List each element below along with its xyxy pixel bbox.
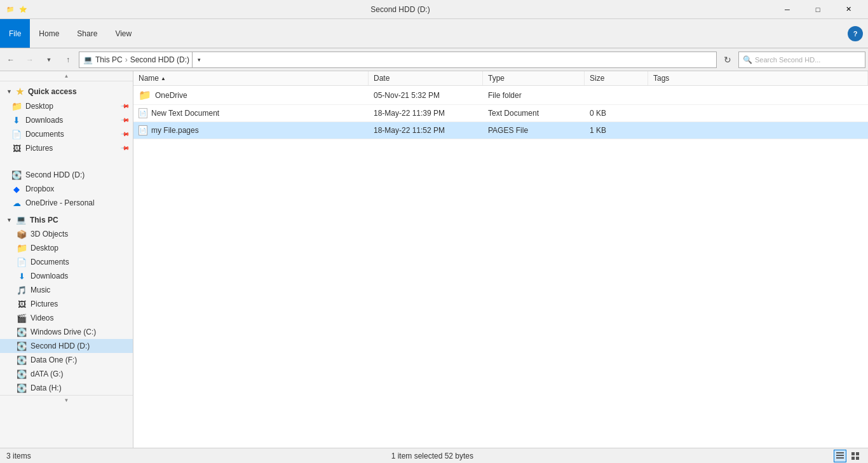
sidebar-item-documents-label: Documents <box>25 130 64 139</box>
sidebar-item-onedrive[interactable]: ☁ OneDrive - Personal <box>0 196 133 210</box>
details-view-button[interactable] <box>834 450 846 462</box>
file-size-my-file-pages: 1 KB <box>585 123 648 138</box>
sidebar-item-pictures-quick[interactable]: 🖼 Pictures 📌 <box>0 141 133 155</box>
column-header-date[interactable]: Date <box>369 71 483 85</box>
file-row-onedrive[interactable]: 📁 OneDrive 05-Nov-21 5:32 PM File folder <box>133 86 868 105</box>
sidebar-item-data-h[interactable]: 💽 Data (H:) <box>0 381 133 395</box>
desktop-pc-icon: 📁 <box>17 243 27 253</box>
breadcrumb-separator-1: › <box>125 55 128 64</box>
column-header-tags[interactable]: Tags <box>648 71 868 85</box>
sidebar-item-data-g[interactable]: 💽 dATA (G:) <box>0 367 133 381</box>
help-button[interactable]: ? <box>848 26 863 41</box>
status-item-count: 3 items <box>6 452 31 460</box>
this-pc-icon: 💻 <box>16 215 26 225</box>
breadcrumb-second-hdd[interactable]: Second HDD (D:) <box>130 55 189 64</box>
videos-icon: 🎬 <box>17 313 27 323</box>
data-one-f-icon: 💽 <box>17 355 27 365</box>
column-header-name[interactable]: Name ▲ <box>133 71 369 85</box>
folder-small-icon: 📁 <box>5 4 15 15</box>
svg-rect-1 <box>836 455 844 456</box>
column-type-label: Type <box>488 74 505 83</box>
file-date-my-file-pages: 18-May-22 11:52 PM <box>369 123 483 138</box>
dropbox-icon: ◆ <box>11 184 22 194</box>
sidebar-item-windows-c[interactable]: 💽 Windows Drive (C:) <box>0 325 133 339</box>
status-bar: 3 items 1 item selected 52 bytes <box>0 448 868 463</box>
file-size-onedrive <box>585 92 648 99</box>
maximize-button[interactable]: □ <box>803 0 832 19</box>
sidebar-item-documents-pc[interactable]: 📄 Documents <box>0 255 133 269</box>
file-tags-onedrive <box>648 92 868 99</box>
minimize-button[interactable]: ─ <box>773 0 802 19</box>
sidebar-item-desktop-quick[interactable]: 📁 Desktop 📌 <box>0 99 133 113</box>
onedrive-name-text: OneDrive <box>155 91 187 100</box>
address-box[interactable]: 💻 This PC › Second HDD (D:) ▾ <box>79 52 717 68</box>
3d-objects-icon: 📦 <box>17 229 27 239</box>
tab-share[interactable]: Share <box>68 19 106 48</box>
sidebar-item-dropbox[interactable]: ◆ Dropbox <box>0 182 133 196</box>
txt-file-icon: 📄 <box>139 108 147 118</box>
sidebar-scroll-up[interactable]: ▲ <box>0 71 133 81</box>
column-header-size[interactable]: Size <box>585 71 648 85</box>
close-button[interactable]: ✕ <box>834 0 863 19</box>
sidebar-item-3d-label: 3D Objects <box>31 230 68 238</box>
sidebar-item-windows-c-label: Windows Drive (C:) <box>31 328 96 336</box>
sidebar-item-data-one-f[interactable]: 💽 Data One (F:) <box>0 353 133 367</box>
data-h-icon: 💽 <box>17 383 27 393</box>
file-date-new-text-doc: 18-May-22 11:39 PM <box>369 106 483 121</box>
view-icons <box>834 450 862 462</box>
column-size-label: Size <box>590 74 604 83</box>
sidebar-item-documents-quick[interactable]: 📄 Documents 📌 <box>0 127 133 141</box>
recent-locations-button[interactable]: ▼ <box>41 52 57 68</box>
documents-pc-icon: 📄 <box>17 257 27 267</box>
this-pc-header[interactable]: ▼ 💻 This PC <box>0 210 133 227</box>
column-name-label: Name <box>139 74 159 83</box>
quick-access-header[interactable]: ▼ ★ Quick access <box>0 81 133 99</box>
pin-icon-downloads: 📌 <box>121 116 130 125</box>
second-hdd-d-icon: 💽 <box>17 341 27 351</box>
file-row-new-text-doc[interactable]: 📄 New Text Document 18-May-22 11:39 PM T… <box>133 105 868 122</box>
forward-button[interactable]: → <box>22 52 38 68</box>
sidebar-scroll-down[interactable]: ▼ <box>0 395 133 405</box>
pin-icon-desktop: 📌 <box>121 102 130 111</box>
column-header-type[interactable]: Type <box>483 71 585 85</box>
music-icon: 🎵 <box>17 285 27 295</box>
tab-view[interactable]: View <box>106 19 140 48</box>
tab-file[interactable]: File <box>0 19 30 48</box>
file-tags-my-file-pages <box>648 127 868 134</box>
sidebar-item-music[interactable]: 🎵 Music <box>0 283 133 297</box>
breadcrumb-this-pc[interactable]: This PC <box>95 55 123 64</box>
sidebar-item-3d-objects[interactable]: 📦 3D Objects <box>0 227 133 241</box>
sidebar-item-downloads-label: Downloads <box>25 116 63 125</box>
sidebar-item-downloads-quick[interactable]: ⬇ Downloads 📌 <box>0 113 133 127</box>
tab-home[interactable]: Home <box>30 19 68 48</box>
search-placeholder: Search Second HD... <box>755 56 820 64</box>
sidebar-item-pictures-pc-label: Pictures <box>31 300 58 308</box>
sort-arrow-name: ▲ <box>161 76 166 81</box>
windows-drive-icon: 💽 <box>17 327 27 337</box>
sidebar-item-pictures-pc[interactable]: 🖼 Pictures <box>0 297 133 311</box>
file-row-my-file-pages[interactable]: 📄 my File.pages 18-May-22 11:52 PM PAGES… <box>133 122 868 139</box>
sidebar-item-videos[interactable]: 🎬 Videos <box>0 311 133 325</box>
search-box[interactable]: 🔍 Search Second HD... <box>738 52 865 68</box>
sidebar-item-documents-pc-label: Documents <box>31 258 69 266</box>
title-bar: 📁 ⭐ Second HDD (D:) ─ □ ✕ <box>0 0 868 19</box>
svg-rect-5 <box>851 457 855 460</box>
sidebar-item-desktop-pc[interactable]: 📁 Desktop <box>0 241 133 255</box>
sidebar: ▲ ▼ ★ Quick access 📁 Desktop 📌 ⬇ Downloa… <box>0 71 133 448</box>
sidebar-item-second-hdd-top[interactable]: 💽 Second HDD (D:) <box>0 168 133 182</box>
back-button[interactable]: ← <box>3 52 19 68</box>
sidebar-item-second-hdd-d-label: Second HDD (D:) <box>31 342 90 350</box>
file-name-new-text-doc: 📄 New Text Document <box>133 105 369 121</box>
second-hdd-icon-top: 💽 <box>11 170 22 180</box>
my-file-pages-name-text: my File.pages <box>151 126 199 135</box>
main-layout: ▲ ▼ ★ Quick access 📁 Desktop 📌 ⬇ Downloa… <box>0 71 868 448</box>
sidebar-item-desktop-pc-label: Desktop <box>31 244 58 252</box>
address-dropdown-button[interactable]: ▾ <box>192 52 206 68</box>
sidebar-item-downloads-pc[interactable]: ⬇ Downloads <box>0 269 133 283</box>
sidebar-item-data-one-f-label: Data One (F:) <box>31 356 77 364</box>
up-button[interactable]: ↑ <box>60 52 76 68</box>
sidebar-item-second-hdd-top-label: Second HDD (D:) <box>25 170 85 179</box>
sidebar-item-second-hdd-d[interactable]: 💽 Second HDD (D:) <box>0 339 133 353</box>
refresh-button[interactable]: ↻ <box>719 52 736 68</box>
large-icons-view-button[interactable] <box>849 450 862 462</box>
